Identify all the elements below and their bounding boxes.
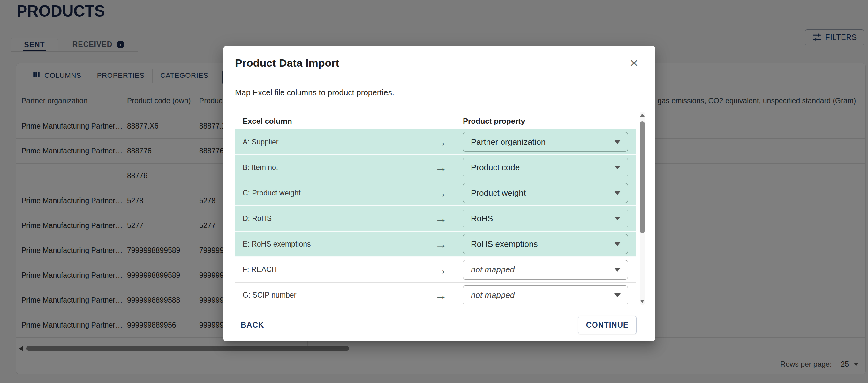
mapping-row: C: Product weight→Product weight [235, 180, 636, 206]
mapping-row: A: Supplier→Partner organization [235, 130, 636, 155]
product-property-select-value: not mapped [471, 265, 515, 275]
product-property-select[interactable]: RoHS exemptions [463, 234, 628, 254]
chevron-down-icon [614, 216, 621, 220]
dialog-scrollbar [640, 112, 645, 305]
excel-column-label: F: REACH [243, 265, 423, 274]
product-property-select-value: RoHS [471, 214, 493, 223]
arrow-right-icon: → [435, 289, 447, 301]
product-property-header: Product property [463, 117, 525, 126]
chevron-down-icon [614, 242, 621, 246]
excel-column-label: D: RoHS [243, 214, 423, 223]
arrow-right-icon: → [435, 238, 447, 250]
product-property-select[interactable]: not mapped [463, 260, 628, 280]
product-property-select[interactable]: Partner organization [463, 132, 628, 152]
excel-column-label: B: Item no. [243, 163, 423, 172]
mapping-row: F: REACH→not mapped [235, 257, 636, 283]
mapping-row: D: RoHS→RoHS [235, 206, 636, 232]
product-property-select-value: RoHS exemptions [471, 239, 538, 249]
chevron-down-icon [614, 191, 621, 195]
chevron-down-icon [614, 268, 621, 272]
product-property-select-value: not mapped [471, 290, 515, 300]
arrow-right-icon: → [435, 212, 447, 224]
product-data-import-dialog: Product Data Import ✕ Map Excel file col… [223, 46, 655, 341]
chevron-down-icon [614, 140, 621, 144]
product-property-select[interactable]: RoHS [463, 209, 628, 228]
product-property-select[interactable]: Product weight [463, 183, 628, 203]
mapping-row: E: RoHS exemptions→RoHS exemptions [235, 232, 636, 257]
arrow-right-icon: → [435, 264, 447, 276]
dialog-footer: BACK CONTINUE [241, 316, 637, 334]
close-button[interactable]: ✕ [627, 56, 641, 70]
dialog-header: Product Data Import ✕ [223, 46, 655, 80]
mapping-row: G: SCIP number→not mapped [235, 283, 636, 308]
product-property-select[interactable]: not mapped [463, 285, 628, 305]
excel-column-label: A: Supplier [243, 138, 423, 146]
product-property-select[interactable]: Product code [463, 158, 628, 177]
arrow-right-icon: → [435, 136, 447, 148]
scroll-up-arrow-icon[interactable] [640, 113, 645, 117]
continue-button[interactable]: CONTINUE [578, 316, 637, 334]
arrow-right-icon: → [435, 161, 447, 173]
chevron-down-icon [614, 166, 621, 169]
mapping-column-headers: Excel column Product property [235, 117, 644, 126]
products-page: PRODUCTS FILTERS SENT RECEIVED i [0, 0, 868, 383]
product-property-select-value: Partner organization [471, 137, 546, 147]
arrow-right-icon: → [435, 187, 447, 199]
product-property-select-value: Product code [471, 163, 520, 173]
scroll-down-arrow-icon[interactable] [640, 300, 645, 303]
mapping-list: A: Supplier→Partner organizationB: Item … [235, 130, 636, 308]
excel-column-header: Excel column [243, 117, 292, 126]
dialog-description: Map Excel file columns to product proper… [235, 88, 394, 97]
chevron-down-icon [614, 293, 621, 297]
dialog-scrollbar-thumb[interactable] [640, 121, 645, 234]
excel-column-label: G: SCIP number [243, 291, 423, 300]
product-property-select-value: Product weight [471, 188, 526, 198]
back-button[interactable]: BACK [241, 320, 264, 329]
excel-column-label: C: Product weight [243, 189, 423, 198]
dialog-title: Product Data Import [235, 57, 339, 69]
excel-column-label: E: RoHS exemptions [243, 240, 423, 248]
mapping-row: B: Item no.→Product code [235, 155, 636, 180]
